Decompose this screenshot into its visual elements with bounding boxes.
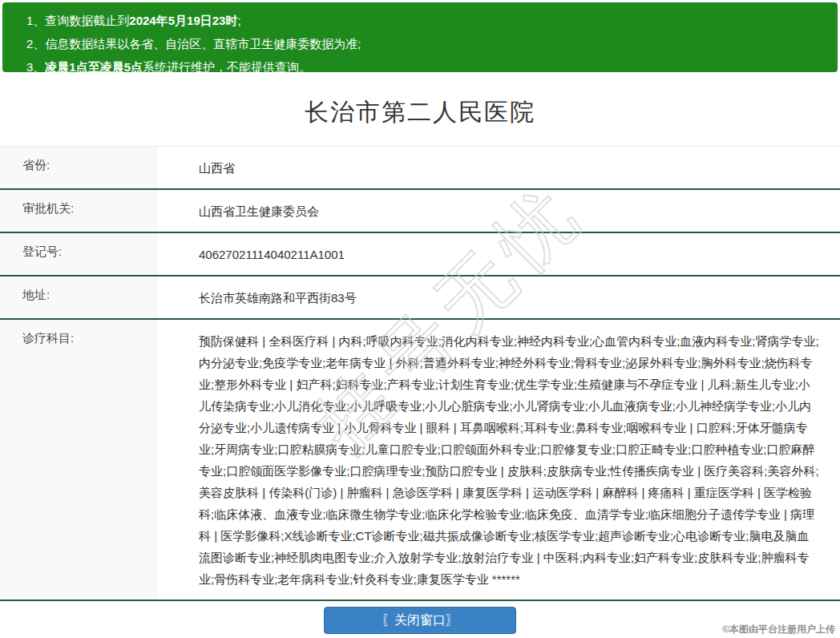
notice-item-2: 2、信息数据结果以各省、自治区、直辖市卫生健康委数据为准; [26,32,830,55]
hospital-info-table: 省份: 山西省 审批机关: 山西省卫生健康委员会 登记号: 4062702111… [0,146,840,601]
row-value: 山西省卫生健康委员会 [156,190,840,232]
table-row-province: 省份: 山西省 [0,147,840,190]
notice-item-text: 系统进行维护，不能提供查询。 [143,60,311,74]
notice-item-number: 2、 [26,37,45,50]
notice-item-text: ; [237,14,240,27]
page-title: 长治市第二人民医院 [0,96,840,129]
notice-item-1: 1、查询数据截止到2024年5月19日23时; [26,9,830,32]
close-window-button[interactable]: 〖关闭窗口〗 [324,607,516,634]
row-value: 山西省 [156,147,840,188]
notice-item-bold-text: 凌晨1点至凌晨5点 [45,60,143,74]
row-label: 审批机关: [0,190,156,232]
notice-item-3: 3、凌晨1点至凌晨5点系统进行维护，不能提供查询。 [26,55,830,79]
notice-item-bold-text: 2024年5月19日23时 [129,14,237,27]
table-row-registration-number: 登记号: 40627021114040211A1001 [0,233,840,277]
notice-item-number: 3、 [26,60,45,74]
upload-credit-note: ©本图由平台注册用户上传 [722,623,835,636]
row-label: 登记号: [0,233,156,275]
row-value: 长治市英雄南路和平西街83号 [156,277,840,318]
table-row-departments: 诊疗科目: 预防保健科 | 全科医疗科 | 内科;呼吸内科专业;消化内科专业;神… [0,320,840,601]
table-row-approval-authority: 审批机关: 山西省卫生健康委员会 [0,190,840,233]
row-label: 诊疗科目: [0,320,156,600]
row-value: 预防保健科 | 全科医疗科 | 内科;呼吸内科专业;消化内科专业;神经内科专业;… [156,320,840,600]
notice-banner: 1、查询数据截止到2024年5月19日23时; 2、信息数据结果以各省、自治区、… [2,2,838,72]
row-label: 省份: [0,147,156,188]
row-label: 地址: [0,277,156,318]
notice-item-text: 信息数据结果以各省、自治区、直辖市卫生健康委数据为准; [45,37,361,50]
row-value: 40627021114040211A1001 [156,233,840,275]
notice-item-number: 1、 [26,14,45,27]
table-row-address: 地址: 长治市英雄南路和平西街83号 [0,277,840,320]
notice-item-text: 查询数据截止到 [45,14,129,27]
